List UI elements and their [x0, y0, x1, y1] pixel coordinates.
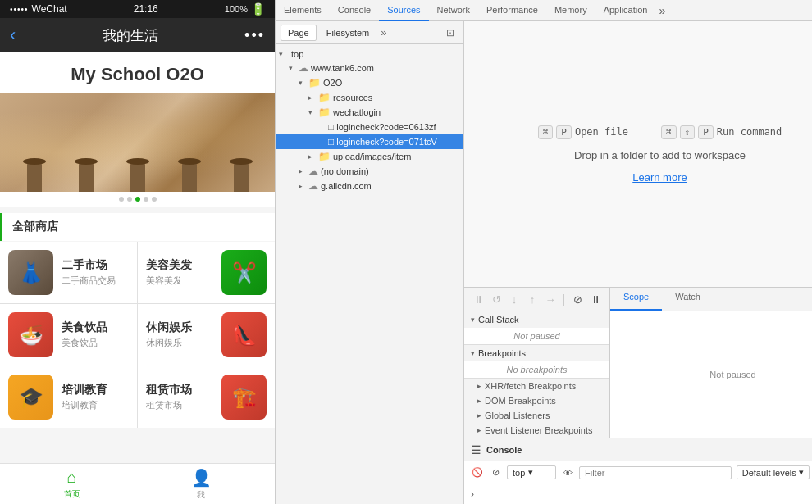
- category-name-2: 美容美发: [146, 258, 213, 273]
- sources-right-area: ⌘ P Open file ⌘ ⇧ P Run command Drop in …: [464, 21, 812, 504]
- tree-label-nodomain: (no domain): [321, 166, 369, 176]
- scope-tab[interactable]: Scope: [610, 288, 662, 311]
- tree-label-alicdn: g.alicdn.com: [321, 181, 372, 191]
- nav-me[interactable]: 👤 我: [191, 468, 212, 501]
- chevron-down-icon: ▾: [528, 467, 533, 478]
- drop-text: Drop in a folder to add to workspace: [574, 149, 746, 161]
- dot-1[interactable]: [119, 197, 124, 202]
- tab-memory[interactable]: Memory: [546, 0, 595, 21]
- event-listener-label: Event Listener Breakpoints: [485, 425, 592, 435]
- breakpoints-content: No breakpoints: [464, 361, 609, 378]
- chevron-right-icon: ▸: [477, 397, 481, 405]
- step-over-button[interactable]: ↺: [489, 293, 504, 307]
- step-into-button[interactable]: ↓: [507, 293, 522, 307]
- list-item[interactable]: 🎓 培训教育 培训教育: [0, 366, 137, 428]
- dot-2[interactable]: [127, 197, 132, 202]
- shortcut-key-p2: P: [698, 125, 714, 139]
- pause-button[interactable]: ⏸: [471, 293, 486, 307]
- step-button[interactable]: →: [543, 293, 558, 307]
- tree-label-login2: logincheck?code=071tcV: [336, 137, 437, 147]
- tree-item-alicdn[interactable]: ☁ g.alicdn.com: [276, 179, 463, 193]
- tree-arrow: [308, 152, 318, 161]
- breakpoints-status: No breakpoints: [507, 365, 568, 375]
- tab-sources[interactable]: Sources: [379, 0, 428, 21]
- scope-watch-tabs: Scope Watch: [610, 288, 812, 311]
- step-out-button[interactable]: ↑: [525, 293, 540, 307]
- scope-status: Not paused: [709, 370, 755, 379]
- nav-home[interactable]: ⌂ 首页: [64, 468, 80, 500]
- tab-overflow-button[interactable]: »: [655, 4, 668, 17]
- console-context-selector[interactable]: top ▾: [507, 465, 556, 479]
- category-sub-2: 美容美发: [146, 275, 213, 287]
- tab-performance[interactable]: Performance: [478, 0, 546, 21]
- deactivate-breakpoints-button[interactable]: ⊘: [570, 293, 585, 307]
- tree-item-top[interactable]: top: [276, 48, 463, 61]
- tree-item-login2[interactable]: □ logincheck?code=071tcV: [276, 134, 463, 149]
- tab-network[interactable]: Network: [429, 0, 478, 21]
- dot-5[interactable]: [152, 197, 157, 202]
- chevron-down-icon: ▾: [471, 349, 475, 357]
- shortcut-key-1: ⌘: [538, 125, 554, 139]
- dot-3[interactable]: [135, 197, 140, 202]
- learn-more-link[interactable]: Learn more: [632, 171, 687, 184]
- tree-item-o2o[interactable]: 📁 O2O: [276, 75, 463, 90]
- breakpoints-header[interactable]: ▾ Breakpoints: [464, 345, 609, 361]
- global-listeners-label: Global Listeners: [485, 411, 550, 420]
- call-stack-status: Not paused: [513, 331, 559, 341]
- sources-tab-filesystem[interactable]: Filesystem: [320, 25, 376, 40]
- tree-item-resources[interactable]: 📁 resources: [276, 90, 463, 105]
- nav-me-label: 我: [197, 489, 205, 501]
- phone-nav-bar: ‹ 我的生活 •••: [0, 18, 275, 52]
- xhr-breakpoints-item[interactable]: ▸ XHR/fetch Breakpoints: [464, 379, 609, 393]
- console-filter-input[interactable]: [579, 466, 732, 479]
- tab-application[interactable]: Application: [595, 0, 656, 21]
- call-stack-label: Call Stack: [478, 315, 519, 325]
- eye-icon[interactable]: 👁: [561, 466, 574, 479]
- tree-item-wechatlogin[interactable]: 📁 wechatlogin: [276, 105, 463, 120]
- tree-item-upload[interactable]: 📁 upload/images/item: [276, 149, 463, 164]
- category-sub-5: 培训教育: [62, 399, 129, 411]
- list-item[interactable]: 租赁市场 租赁市场 🏗️: [138, 366, 275, 428]
- prompt-arrow-icon: ›: [471, 488, 474, 500]
- list-item[interactable]: 🍜 美食饮品 美食饮品: [0, 304, 137, 366]
- console-title: Console: [486, 445, 522, 455]
- dom-breakpoints-item[interactable]: ▸ DOM Breakpoints: [464, 393, 609, 408]
- watch-tab[interactable]: Watch: [662, 288, 714, 311]
- category-icon-5: 🎓: [8, 375, 53, 420]
- list-item[interactable]: 休闲娱乐 休闲娱乐 👠: [138, 304, 275, 366]
- tab-elements[interactable]: Elements: [276, 0, 330, 21]
- console-prompt: ›: [464, 484, 812, 504]
- console-menu-button[interactable]: ☰: [471, 443, 481, 456]
- nav-home-label: 首页: [64, 488, 80, 500]
- time-label: 21:16: [134, 3, 158, 15]
- list-item[interactable]: 👗 二手市场 二手商品交易: [0, 242, 137, 303]
- tree-item-login1[interactable]: □ logincheck?code=0613zf: [276, 120, 463, 134]
- list-item[interactable]: 美容美发 美容美发 ✂️: [138, 242, 275, 303]
- event-listener-breakpoints-item[interactable]: ▸ Event Listener Breakpoints: [464, 423, 609, 438]
- tree-item-tank6[interactable]: ☁ www.tank6.com: [276, 61, 463, 75]
- call-stack-header[interactable]: ▾ Call Stack: [464, 311, 609, 328]
- status-right: 100% 🔋: [225, 2, 265, 16]
- shortcut-key-cmd: ⌘: [661, 125, 677, 139]
- back-button[interactable]: ‹: [10, 25, 16, 46]
- sources-tab-page[interactable]: Page: [281, 25, 317, 41]
- console-levels-selector[interactable]: Default levels ▾: [737, 465, 810, 479]
- folder-icon: 📁: [318, 107, 331, 118]
- scope-watch-panels: Scope Watch Not paused: [609, 288, 812, 438]
- pause-on-exceptions-button[interactable]: ⏸: [588, 293, 603, 307]
- tab-console[interactable]: Console: [330, 0, 379, 21]
- filter-icon[interactable]: ⊘: [489, 466, 502, 479]
- sources-sub-more-button[interactable]: »: [381, 26, 386, 39]
- global-listeners-item[interactable]: ▸ Global Listeners: [464, 408, 609, 423]
- scope-content: Not paused: [610, 311, 812, 438]
- signal-icon: •••••: [10, 5, 29, 14]
- clear-console-button[interactable]: 🚫: [471, 466, 484, 479]
- more-button[interactable]: •••: [244, 27, 265, 44]
- dot-4[interactable]: [144, 197, 148, 202]
- category-sub-6: 租赁市场: [146, 399, 213, 411]
- tree-item-nodomain[interactable]: ☁ (no domain): [276, 164, 463, 179]
- sync-icon[interactable]: ⊡: [442, 25, 458, 41]
- debugger-left: ⏸ ↺ ↓ ↑ → ⊘ ⏸ ▾ Call Stack: [464, 288, 609, 438]
- file-tree: top ☁ www.tank6.com 📁 O2O: [276, 44, 463, 504]
- phone-content: My School O2O 全部商店: [0, 52, 275, 463]
